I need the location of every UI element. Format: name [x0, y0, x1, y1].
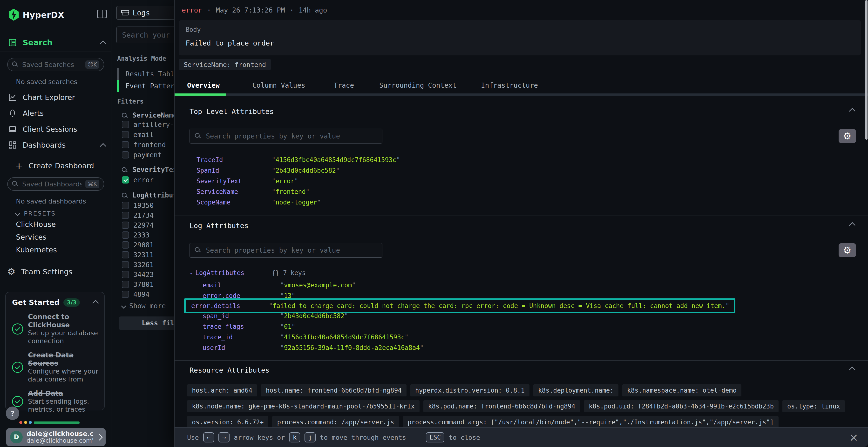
checkbox[interactable] — [122, 176, 129, 183]
top-level-search-box[interactable] — [189, 129, 382, 143]
facet-option[interactable]: 34423 — [122, 271, 154, 278]
tab[interactable]: Infrastructure — [481, 81, 538, 89]
saved-dashboards-field[interactable] — [22, 180, 82, 188]
log-attributes-search-input[interactable] — [206, 246, 377, 254]
checkbox[interactable] — [122, 291, 129, 298]
attribute-value[interactable]: node-logger — [272, 197, 321, 208]
checkbox[interactable] — [122, 281, 129, 288]
facet-option[interactable]: 22974 — [122, 221, 154, 229]
sidebar-item-dashboards[interactable]: Dashboards — [8, 141, 66, 149]
resource-attribute-badge[interactable]: process.command args: ["/usr/local/bin/n… — [403, 416, 779, 428]
checkbox[interactable] — [122, 151, 129, 159]
log-attributes-settings-button[interactable]: ⚙ — [839, 243, 856, 257]
tab[interactable]: Surrounding Context — [379, 81, 457, 89]
top-level-settings-button[interactable]: ⚙ — [839, 129, 856, 143]
get-started-item[interactable]: Connect to ClickHouse Set up your databa… — [12, 313, 98, 345]
top-level-search-input[interactable] — [206, 132, 377, 140]
chevron-up-icon[interactable] — [92, 300, 99, 306]
resource-attribute-badge[interactable]: k8s.namespace.name: otel-demo — [622, 384, 741, 397]
attribute-key[interactable]: TraceId — [196, 154, 272, 165]
facet-option[interactable]: 2333 — [122, 232, 154, 239]
get-started-item[interactable]: Add Data Start sending logs, metrics, or… — [12, 389, 98, 413]
show-more-button[interactable]: Show more — [122, 302, 166, 310]
resource-attribute-badge[interactable]: k8s.node.name: gke-pme-k8s-standard-main… — [187, 400, 420, 412]
service-name-tag[interactable]: ServiceName: frontend — [179, 59, 271, 70]
facet-option[interactable]: 29081 — [122, 241, 154, 248]
chevron-up-icon[interactable] — [100, 40, 106, 47]
tree-collapse-icon[interactable]: ▾ — [189, 270, 195, 276]
presets-toggle[interactable]: PRESETS — [16, 210, 56, 217]
resource-attribute-badge[interactable]: process.command: /app/server.js — [272, 416, 399, 428]
attribute-row[interactable]: trace_flags 01 — [189, 321, 853, 332]
chevron-up-icon[interactable] — [849, 108, 856, 114]
log-attributes-tree-root[interactable]: ▾ LogAttributes {} 7 keys — [189, 269, 245, 276]
mode-event-patterns[interactable]: Event Patterns — [117, 80, 183, 92]
attribute-value[interactable]: frontend — [272, 186, 310, 197]
resource-attribute-badge[interactable]: host.arch: amd64 — [187, 384, 257, 397]
tab[interactable]: Overview — [187, 81, 220, 89]
sidebar-item-search[interactable]: Search — [8, 38, 53, 47]
attribute-value[interactable]: 92a55156-39a4-11f0-8ddd-a2eca416a8a4 — [280, 342, 424, 353]
attribute-value[interactable]: error — [272, 176, 298, 186]
attribute-row[interactable]: ScopeName node-logger — [189, 197, 853, 208]
attribute-row[interactable]: ServiceName frontend — [189, 186, 853, 197]
tree-root-name[interactable]: LogAttributes — [195, 269, 245, 276]
help-button[interactable]: ? — [6, 407, 19, 420]
attribute-key[interactable]: trace_id — [203, 332, 280, 342]
sidebar-item-team-settings[interactable]: ⚙ Team Settings — [7, 266, 72, 277]
chevron-up-icon[interactable] — [849, 222, 856, 229]
chevron-up-icon[interactable] — [849, 367, 856, 373]
mode-results-table[interactable]: Results Table — [117, 68, 179, 80]
saved-searches-field[interactable] — [22, 61, 82, 69]
resource-attribute-badge[interactable]: os.type: linux — [782, 400, 845, 412]
attribute-value[interactable]: 4156d3fbc40a64854d9dc7f68641593c — [272, 154, 400, 165]
attribute-value[interactable]: vmoses@example.com — [280, 280, 355, 290]
facet-option[interactable]: 21734 — [122, 212, 154, 219]
checkbox[interactable] — [122, 241, 129, 248]
facet-option[interactable]: 19350 — [122, 202, 154, 209]
attribute-key[interactable]: SeverityText — [196, 176, 272, 186]
preset-dashboard-link[interactable]: ClickHouse — [16, 220, 112, 229]
checkbox[interactable] — [122, 131, 129, 138]
attribute-key[interactable]: ServiceName — [196, 186, 272, 197]
attribute-row[interactable]: TraceId 4156d3fbc40a64854d9dc7f68641593c — [189, 154, 853, 165]
sidebar-item-alerts[interactable]: Alerts — [8, 109, 44, 117]
facet-option[interactable]: 37801 — [122, 281, 154, 288]
saved-dashboards-input[interactable]: ⌘K — [7, 177, 104, 191]
preset-dashboard-link[interactable]: Kubernetes — [16, 246, 112, 254]
attribute-value[interactable]: 01 — [280, 321, 296, 332]
checkbox[interactable] — [122, 141, 129, 148]
checkbox[interactable] — [122, 202, 129, 209]
preset-dashboard-link[interactable]: Services — [16, 233, 112, 241]
attribute-key[interactable]: error.details — [191, 301, 269, 311]
attribute-key[interactable]: userId — [203, 342, 280, 353]
checkbox[interactable] — [122, 261, 129, 268]
attribute-value[interactable]: 2b43d0c4dd6bc582 — [272, 165, 340, 176]
resource-attribute-badge[interactable]: host.name: frontend-6b6c8d7bfd-ng894 — [261, 384, 406, 397]
sidebar-item-client-sessions[interactable]: Client Sessions — [8, 125, 77, 133]
chevron-up-icon[interactable] — [100, 143, 106, 149]
checkbox[interactable] — [122, 251, 129, 259]
facet-severitytext-header[interactable]: SeverityText — [122, 166, 181, 174]
attribute-row[interactable]: trace_id 4156d3fbc40a64854d9dc7f68641593… — [189, 332, 853, 342]
attribute-key[interactable]: trace_flags — [203, 321, 280, 332]
checkbox[interactable] — [122, 212, 129, 219]
user-account-chip[interactable]: D dale@clickhouse.com dale@clickhouse.co… — [6, 428, 105, 446]
attribute-key[interactable]: SpanId — [196, 165, 272, 176]
create-dashboard-button[interactable]: + Create Dashboard — [16, 161, 94, 171]
checkbox[interactable] — [122, 271, 129, 278]
resource-attribute-badge[interactable]: k8s.deployment.name: — [533, 384, 618, 397]
checkbox[interactable] — [122, 232, 129, 239]
checkbox[interactable] — [122, 121, 129, 128]
close-icon[interactable]: × — [849, 432, 858, 443]
attribute-row[interactable]: SeverityText error — [189, 176, 853, 186]
tab[interactable]: Trace — [334, 81, 354, 89]
saved-searches-input[interactable]: ⌘K — [7, 58, 104, 71]
attribute-row[interactable]: error.details failed to charge card: cou… — [184, 299, 735, 313]
scrollbar-thumb[interactable] — [865, 0, 868, 140]
sidebar-item-chart-explorer[interactable]: Chart Explorer — [8, 93, 75, 102]
resource-attribute-badge[interactable]: k8s.pod.name: frontend-6b6c8d7bfd-ng894 — [424, 400, 580, 412]
attribute-key[interactable]: ScopeName — [196, 197, 272, 208]
checkbox[interactable] — [122, 221, 129, 229]
get-started-item[interactable]: Create Data Sources Configure where your… — [12, 351, 98, 383]
